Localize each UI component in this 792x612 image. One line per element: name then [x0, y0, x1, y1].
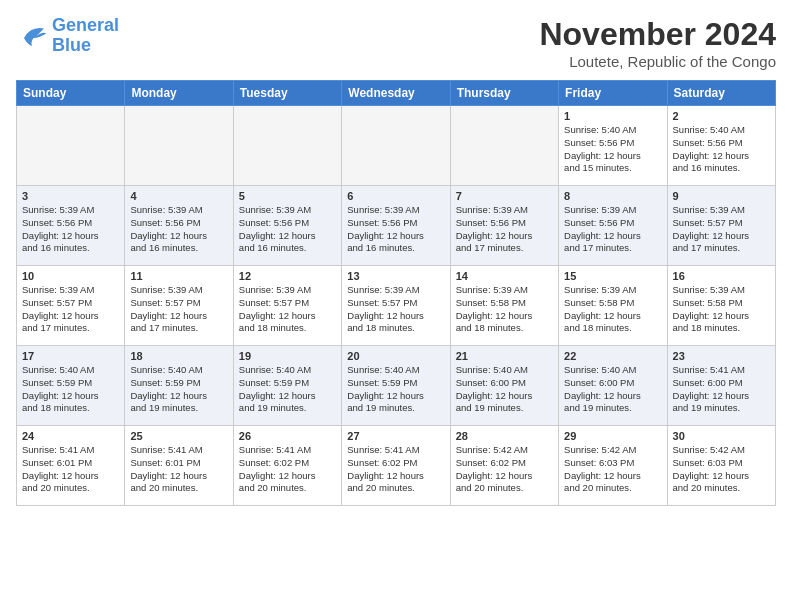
calendar-cell: 16Sunrise: 5:39 AMSunset: 5:58 PMDayligh… [667, 266, 775, 346]
day-info: Sunrise: 5:41 AMSunset: 6:00 PMDaylight:… [673, 364, 770, 415]
calendar-cell: 14Sunrise: 5:39 AMSunset: 5:58 PMDayligh… [450, 266, 558, 346]
title-area: November 2024 Loutete, Republic of the C… [539, 16, 776, 70]
day-number: 9 [673, 190, 770, 202]
day-number: 1 [564, 110, 661, 122]
day-number: 23 [673, 350, 770, 362]
calendar-cell: 19Sunrise: 5:40 AMSunset: 5:59 PMDayligh… [233, 346, 341, 426]
week-row-5: 24Sunrise: 5:41 AMSunset: 6:01 PMDayligh… [17, 426, 776, 506]
calendar-cell: 23Sunrise: 5:41 AMSunset: 6:00 PMDayligh… [667, 346, 775, 426]
calendar-cell: 8Sunrise: 5:39 AMSunset: 5:56 PMDaylight… [559, 186, 667, 266]
day-number: 19 [239, 350, 336, 362]
calendar-cell: 9Sunrise: 5:39 AMSunset: 5:57 PMDaylight… [667, 186, 775, 266]
calendar-cell: 25Sunrise: 5:41 AMSunset: 6:01 PMDayligh… [125, 426, 233, 506]
calendar: SundayMondayTuesdayWednesdayThursdayFrid… [16, 80, 776, 506]
day-info: Sunrise: 5:40 AMSunset: 5:59 PMDaylight:… [239, 364, 336, 415]
calendar-cell [450, 106, 558, 186]
day-info: Sunrise: 5:39 AMSunset: 5:56 PMDaylight:… [347, 204, 444, 255]
day-number: 20 [347, 350, 444, 362]
day-number: 16 [673, 270, 770, 282]
week-row-2: 3Sunrise: 5:39 AMSunset: 5:56 PMDaylight… [17, 186, 776, 266]
day-number: 6 [347, 190, 444, 202]
day-number: 28 [456, 430, 553, 442]
day-info: Sunrise: 5:41 AMSunset: 6:01 PMDaylight:… [130, 444, 227, 495]
day-number: 18 [130, 350, 227, 362]
day-info: Sunrise: 5:42 AMSunset: 6:03 PMDaylight:… [564, 444, 661, 495]
day-number: 11 [130, 270, 227, 282]
day-number: 24 [22, 430, 119, 442]
calendar-cell: 5Sunrise: 5:39 AMSunset: 5:56 PMDaylight… [233, 186, 341, 266]
calendar-cell [125, 106, 233, 186]
day-number: 7 [456, 190, 553, 202]
day-number: 29 [564, 430, 661, 442]
day-info: Sunrise: 5:39 AMSunset: 5:57 PMDaylight:… [673, 204, 770, 255]
calendar-cell: 13Sunrise: 5:39 AMSunset: 5:57 PMDayligh… [342, 266, 450, 346]
day-number: 30 [673, 430, 770, 442]
day-number: 2 [673, 110, 770, 122]
week-row-3: 10Sunrise: 5:39 AMSunset: 5:57 PMDayligh… [17, 266, 776, 346]
calendar-cell: 15Sunrise: 5:39 AMSunset: 5:58 PMDayligh… [559, 266, 667, 346]
day-number: 27 [347, 430, 444, 442]
day-number: 4 [130, 190, 227, 202]
calendar-cell: 1Sunrise: 5:40 AMSunset: 5:56 PMDaylight… [559, 106, 667, 186]
day-info: Sunrise: 5:41 AMSunset: 6:02 PMDaylight:… [347, 444, 444, 495]
day-info: Sunrise: 5:42 AMSunset: 6:02 PMDaylight:… [456, 444, 553, 495]
day-info: Sunrise: 5:42 AMSunset: 6:03 PMDaylight:… [673, 444, 770, 495]
day-info: Sunrise: 5:40 AMSunset: 5:59 PMDaylight:… [22, 364, 119, 415]
weekday-tuesday: Tuesday [233, 81, 341, 106]
calendar-cell: 22Sunrise: 5:40 AMSunset: 6:00 PMDayligh… [559, 346, 667, 426]
weekday-header-row: SundayMondayTuesdayWednesdayThursdayFrid… [17, 81, 776, 106]
calendar-cell: 18Sunrise: 5:40 AMSunset: 5:59 PMDayligh… [125, 346, 233, 426]
day-info: Sunrise: 5:39 AMSunset: 5:57 PMDaylight:… [239, 284, 336, 335]
day-number: 21 [456, 350, 553, 362]
day-info: Sunrise: 5:40 AMSunset: 6:00 PMDaylight:… [456, 364, 553, 415]
day-number: 10 [22, 270, 119, 282]
day-number: 5 [239, 190, 336, 202]
calendar-cell: 27Sunrise: 5:41 AMSunset: 6:02 PMDayligh… [342, 426, 450, 506]
weekday-thursday: Thursday [450, 81, 558, 106]
day-number: 17 [22, 350, 119, 362]
weekday-friday: Friday [559, 81, 667, 106]
day-info: Sunrise: 5:40 AMSunset: 5:59 PMDaylight:… [347, 364, 444, 415]
calendar-cell: 6Sunrise: 5:39 AMSunset: 5:56 PMDaylight… [342, 186, 450, 266]
day-number: 22 [564, 350, 661, 362]
day-number: 15 [564, 270, 661, 282]
calendar-cell [233, 106, 341, 186]
day-info: Sunrise: 5:40 AMSunset: 5:56 PMDaylight:… [564, 124, 661, 175]
day-info: Sunrise: 5:39 AMSunset: 5:58 PMDaylight:… [456, 284, 553, 335]
weekday-sunday: Sunday [17, 81, 125, 106]
day-info: Sunrise: 5:39 AMSunset: 5:56 PMDaylight:… [130, 204, 227, 255]
day-info: Sunrise: 5:40 AMSunset: 5:59 PMDaylight:… [130, 364, 227, 415]
day-info: Sunrise: 5:39 AMSunset: 5:56 PMDaylight:… [22, 204, 119, 255]
day-number: 14 [456, 270, 553, 282]
calendar-cell: 30Sunrise: 5:42 AMSunset: 6:03 PMDayligh… [667, 426, 775, 506]
day-info: Sunrise: 5:39 AMSunset: 5:58 PMDaylight:… [673, 284, 770, 335]
calendar-cell: 24Sunrise: 5:41 AMSunset: 6:01 PMDayligh… [17, 426, 125, 506]
calendar-cell: 2Sunrise: 5:40 AMSunset: 5:56 PMDaylight… [667, 106, 775, 186]
location-title: Loutete, Republic of the Congo [539, 53, 776, 70]
calendar-cell: 10Sunrise: 5:39 AMSunset: 5:57 PMDayligh… [17, 266, 125, 346]
month-title: November 2024 [539, 16, 776, 53]
calendar-cell: 28Sunrise: 5:42 AMSunset: 6:02 PMDayligh… [450, 426, 558, 506]
calendar-cell: 20Sunrise: 5:40 AMSunset: 5:59 PMDayligh… [342, 346, 450, 426]
day-info: Sunrise: 5:39 AMSunset: 5:57 PMDaylight:… [130, 284, 227, 335]
day-number: 12 [239, 270, 336, 282]
calendar-cell [342, 106, 450, 186]
calendar-cell: 7Sunrise: 5:39 AMSunset: 5:56 PMDaylight… [450, 186, 558, 266]
day-number: 8 [564, 190, 661, 202]
day-number: 3 [22, 190, 119, 202]
calendar-cell [17, 106, 125, 186]
calendar-cell: 3Sunrise: 5:39 AMSunset: 5:56 PMDaylight… [17, 186, 125, 266]
day-info: Sunrise: 5:40 AMSunset: 5:56 PMDaylight:… [673, 124, 770, 175]
calendar-cell: 26Sunrise: 5:41 AMSunset: 6:02 PMDayligh… [233, 426, 341, 506]
calendar-cell: 29Sunrise: 5:42 AMSunset: 6:03 PMDayligh… [559, 426, 667, 506]
day-info: Sunrise: 5:39 AMSunset: 5:56 PMDaylight:… [456, 204, 553, 255]
day-number: 25 [130, 430, 227, 442]
day-info: Sunrise: 5:39 AMSunset: 5:56 PMDaylight:… [564, 204, 661, 255]
calendar-cell: 12Sunrise: 5:39 AMSunset: 5:57 PMDayligh… [233, 266, 341, 346]
logo-line2: Blue [52, 35, 91, 55]
day-info: Sunrise: 5:39 AMSunset: 5:57 PMDaylight:… [22, 284, 119, 335]
weekday-saturday: Saturday [667, 81, 775, 106]
day-info: Sunrise: 5:39 AMSunset: 5:56 PMDaylight:… [239, 204, 336, 255]
day-number: 26 [239, 430, 336, 442]
day-info: Sunrise: 5:39 AMSunset: 5:57 PMDaylight:… [347, 284, 444, 335]
